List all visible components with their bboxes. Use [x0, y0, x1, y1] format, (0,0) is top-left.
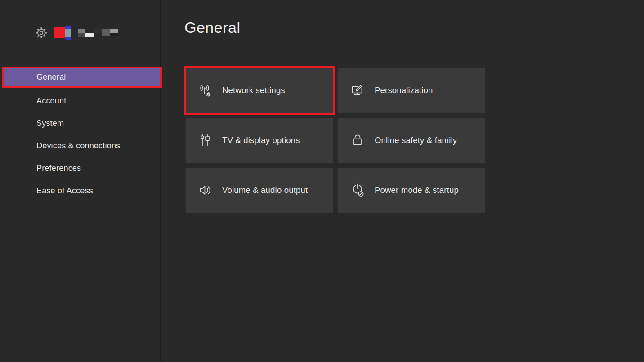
online-safety-icon [350, 133, 365, 148]
network-settings-icon [197, 83, 213, 98]
tv-display-icon [197, 133, 213, 148]
tile-tv-display-options[interactable]: TV & display options [186, 118, 333, 163]
tile-label: TV & display options [222, 135, 300, 145]
tile-personalization[interactable]: Personalization [338, 68, 485, 113]
settings-tile-grid: Network settings Personalization [186, 68, 485, 213]
gamertag-redacted [78, 28, 118, 37]
tile-label: Personalization [375, 85, 433, 95]
tile-label: Network settings [222, 85, 285, 95]
tile-label: Power mode & startup [375, 185, 459, 195]
sidebar-item-preferences[interactable]: Preferences [0, 157, 160, 179]
avatar [54, 26, 71, 40]
page-title: General [184, 19, 240, 36]
gear-icon [35, 27, 48, 39]
settings-sidebar: General Account System Devices & connect… [0, 0, 161, 362]
tile-network-settings[interactable]: Network settings [186, 68, 333, 113]
tile-online-safety-family[interactable]: Online safety & family [338, 118, 485, 163]
personalization-icon [350, 83, 365, 98]
sidebar-item-general[interactable]: General [2, 67, 162, 88]
tile-label: Volume & audio output [222, 185, 308, 195]
tile-label: Online safety & family [375, 135, 457, 145]
main-panel: General [162, 0, 644, 362]
power-mode-icon [350, 183, 365, 198]
sidebar-item-account[interactable]: Account [0, 89, 160, 112]
sidebar-item-ease-of-access[interactable]: Ease of Access [0, 179, 160, 202]
tile-volume-audio-output[interactable]: Volume & audio output [186, 168, 333, 213]
profile-row[interactable] [35, 25, 118, 41]
sidebar-item-devices-connections[interactable]: Devices & connections [0, 134, 160, 157]
volume-icon [197, 183, 213, 198]
tile-power-mode-startup[interactable]: Power mode & startup [338, 168, 485, 213]
sidebar-item-system[interactable]: System [0, 112, 160, 134]
sidebar-nav: General Account System Devices & connect… [0, 67, 160, 202]
